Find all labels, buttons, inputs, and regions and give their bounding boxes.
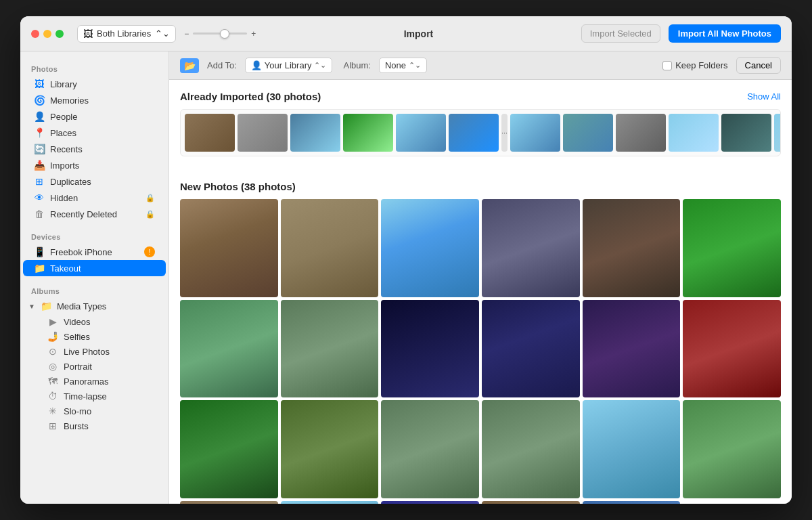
thumb-3[interactable] xyxy=(290,114,340,152)
new-photos-grid xyxy=(180,199,781,504)
thumb-8[interactable] xyxy=(510,114,560,152)
album-dropdown[interactable]: None ⌃⌄ xyxy=(379,58,427,73)
sidebar-item-selfies[interactable]: 🤳 Selfies xyxy=(23,329,166,344)
thumb-6[interactable] xyxy=(449,114,499,152)
sidebar-item-imports[interactable]: 📥 Imports xyxy=(23,157,166,173)
thumb-more[interactable]: ··· xyxy=(501,114,508,152)
photo-cell-16[interactable] xyxy=(482,400,580,498)
sidebar-label-recently-deleted: Recently Deleted xyxy=(50,209,117,219)
photo-cell-15[interactable] xyxy=(381,400,479,498)
maximize-button[interactable] xyxy=(55,30,64,38)
sidebar-item-takeout[interactable]: 📁 Takeout xyxy=(23,260,166,276)
new-photos-header: New Photos (38 photos) xyxy=(180,181,781,192)
trash-icon: 🗑 xyxy=(34,209,45,219)
sidebar-item-recently-deleted[interactable]: 🗑 Recently Deleted 🔒 xyxy=(23,206,166,222)
photo-cell-3[interactable] xyxy=(381,199,479,297)
thumb-2[interactable] xyxy=(238,114,288,152)
zoom-minus-icon[interactable]: − xyxy=(184,29,189,39)
library-value: Your Library xyxy=(265,60,312,70)
sidebar-label-duplicates: Duplicates xyxy=(50,177,91,187)
thumb-9[interactable] xyxy=(563,114,613,152)
photos-section-label: Photos xyxy=(20,60,168,76)
thumb-12[interactable] xyxy=(721,114,771,152)
import-all-button[interactable]: Import All New Photos xyxy=(669,24,781,43)
already-imported-title: Already Imported (30 photos) xyxy=(180,91,321,102)
chevron-icon: ⌃⌄ xyxy=(155,28,170,39)
photo-cell-19[interactable] xyxy=(180,501,278,504)
keep-folders-option[interactable]: Keep Folders xyxy=(662,60,727,70)
thumb-10[interactable] xyxy=(616,114,666,152)
photo-cell-2[interactable] xyxy=(281,199,379,297)
photo-cell-18[interactable] xyxy=(683,400,781,498)
sidebar-label-memories: Memories xyxy=(50,95,89,106)
sidebar-label-hidden: Hidden xyxy=(50,193,78,203)
sidebar-item-bursts[interactable]: ⊞ Bursts xyxy=(23,418,166,433)
photo-cell-14[interactable] xyxy=(281,400,379,498)
sidebar-item-duplicates[interactable]: ⊞ Duplicates xyxy=(23,173,166,190)
library-dropdown[interactable]: 👤 Your Library ⌃⌄ xyxy=(245,58,333,73)
zoom-plus-icon[interactable]: + xyxy=(251,29,256,39)
thumb-4[interactable] xyxy=(343,114,393,152)
photo-cell-21[interactable] xyxy=(381,501,479,504)
sidebar-label-recents: Recents xyxy=(50,144,83,154)
zoom-thumb xyxy=(220,29,229,39)
thumb-5[interactable] xyxy=(396,114,446,152)
sidebar-label-panoramas: Panoramas xyxy=(64,376,108,387)
timelapse-icon: ⏱ xyxy=(47,391,58,402)
sidebar-item-memories[interactable]: 🌀 Memories xyxy=(23,92,166,108)
thumb-11[interactable] xyxy=(669,114,719,152)
photo-cell-6[interactable] xyxy=(683,199,781,297)
sidebar-label-library: Library xyxy=(50,79,77,89)
photo-cell-23[interactable] xyxy=(583,501,681,504)
keep-folders-checkbox[interactable] xyxy=(662,61,672,70)
photo-cell-13[interactable] xyxy=(180,400,278,498)
source-folder-button[interactable]: 📂 xyxy=(180,58,199,73)
show-all-link[interactable]: Show All xyxy=(747,91,781,102)
sidebar-item-timelapse[interactable]: ⏱ Time-lapse xyxy=(23,389,166,404)
photo-cell-12[interactable] xyxy=(683,300,781,398)
library-icon: 🖼 xyxy=(34,79,45,89)
thumb-13[interactable] xyxy=(774,114,781,152)
sidebar-label-videos: Videos xyxy=(64,317,91,327)
photo-cell-22[interactable] xyxy=(482,501,580,504)
photo-cell-7[interactable] xyxy=(180,300,278,398)
panoramas-icon: 🗺 xyxy=(47,376,58,387)
thumb-1[interactable] xyxy=(185,114,235,152)
library-selector[interactable]: 🖼 Both Libraries ⌃⌄ xyxy=(77,25,176,43)
photo-cell-10[interactable] xyxy=(482,300,580,398)
sidebar-item-places[interactable]: 📍 Places xyxy=(23,125,166,141)
photo-cell-5[interactable] xyxy=(583,199,681,297)
person-icon: 👤 xyxy=(251,60,262,70)
zoom-slider[interactable] xyxy=(193,32,247,35)
sidebar-item-library[interactable]: 🖼 Library xyxy=(23,76,166,92)
media-types-icon: 📁 xyxy=(41,301,51,311)
import-selected-button[interactable]: Import Selected xyxy=(581,24,660,43)
sidebar-item-recents[interactable]: 🔄 Recents xyxy=(23,141,166,157)
import-toolbar: 📂 Add To: 👤 Your Library ⌃⌄ Album: None … xyxy=(169,51,792,80)
photo-cell-20[interactable] xyxy=(281,501,379,504)
sidebar-item-panoramas[interactable]: 🗺 Panoramas xyxy=(23,374,166,389)
sidebar-label-takeout: Takeout xyxy=(50,263,81,274)
photo-cell-17[interactable] xyxy=(583,400,681,498)
sidebar-item-live-photos[interactable]: ⊙ Live Photos xyxy=(23,344,166,359)
sidebar-label-bursts: Bursts xyxy=(64,421,89,431)
sidebar-item-iphone[interactable]: 📱 Freebok iPhone ! xyxy=(23,244,166,260)
cancel-button[interactable]: Cancel xyxy=(736,57,781,74)
app-window: 🖼 Both Libraries ⌃⌄ − + Import Import Se… xyxy=(20,16,792,504)
sidebar-item-media-types[interactable]: ▼ 📁 Media Types xyxy=(23,298,166,314)
photo-cell-11[interactable] xyxy=(583,300,681,398)
main-content: Photos 🖼 Library 🌀 Memories 👤 People 📍 P… xyxy=(20,51,792,504)
sidebar: Photos 🖼 Library 🌀 Memories 👤 People 📍 P… xyxy=(20,51,169,504)
sidebar-item-portrait[interactable]: ◎ Portrait xyxy=(23,359,166,374)
already-imported-strip: ··· xyxy=(180,109,781,156)
photo-cell-9[interactable] xyxy=(381,300,479,398)
close-button[interactable] xyxy=(31,30,39,38)
sidebar-item-people[interactable]: 👤 People xyxy=(23,108,166,125)
photo-cell-8[interactable] xyxy=(281,300,379,398)
sidebar-item-slomo[interactable]: ✳ Slo-mo xyxy=(23,404,166,418)
sidebar-item-hidden[interactable]: 👁 Hidden 🔒 xyxy=(23,190,166,206)
sidebar-item-videos[interactable]: ▶ Videos xyxy=(23,314,166,329)
minimize-button[interactable] xyxy=(43,30,51,38)
photo-cell-1[interactable] xyxy=(180,199,278,297)
photo-cell-4[interactable] xyxy=(482,199,580,297)
